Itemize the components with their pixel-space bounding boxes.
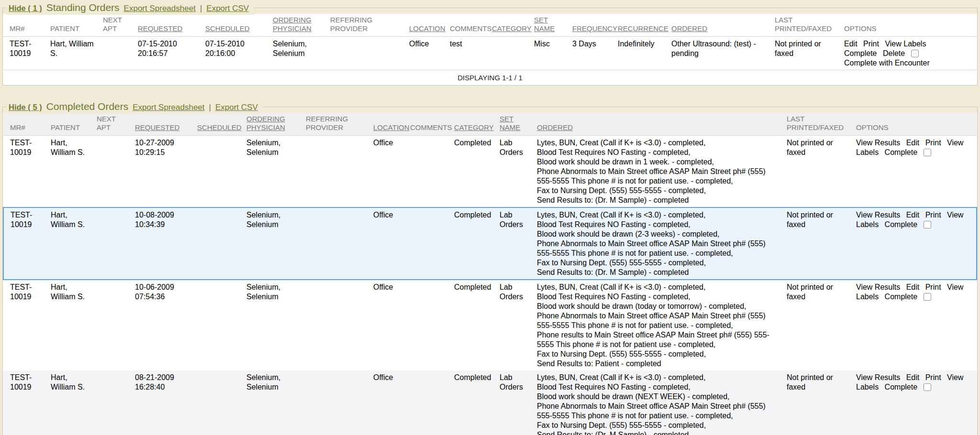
completed-orders-title: Completed Orders [46,100,129,113]
col-header-ordered[interactable]: ORDERED [671,14,775,37]
col-header-scheduled[interactable]: SCHEDULED [205,14,273,37]
cell-mr: TEST-10019 [3,136,51,208]
cell-ordered: Lytes, BUN, Creat (Call if K+ is <3.0) -… [537,207,787,280]
completed-export-spreadsheet-link[interactable]: Export Spreadsheet [133,101,204,114]
ordered-text: Lytes, BUN, Creat (Call if K+ is <3.0) -… [537,138,783,205]
completed-hide-link[interactable]: Hide ( 5 ) [9,101,42,113]
ordered-text: Lytes, BUN, Creat (Call if K+ is <3.0) -… [537,283,783,369]
standing-export-csv-link[interactable]: Export CSV [206,2,249,15]
print-link[interactable]: Print [925,139,941,147]
edit-link[interactable]: Edit [906,373,920,381]
col-header-recurrence[interactable]: RECURRENCE [618,14,671,37]
cell-category: Completed [454,207,500,280]
cell-options: View Results Edit Print View Labels Comp… [856,136,977,208]
cell-comments [410,370,454,435]
col-header-set-name[interactable]: SET NAME [534,14,572,37]
cell-mr: TEST-10019 [3,280,51,370]
cell-scheduled [197,280,246,370]
cell-category: Completed [454,280,500,370]
col-header-next-apt: NEXT APT [103,14,138,37]
col-header-requested[interactable]: REQUESTED [138,14,205,37]
completed-order-row: TEST-10019 Hart, William S. 10-06-2009 0… [3,280,977,370]
cell-requested: 10-06-2009 07:54:36 [135,280,197,370]
cell-patient: Hart, William S. [50,37,103,70]
print-link[interactable]: Print [925,211,941,219]
completed-order-row: TEST-10019 Hart, William S. 10-27-2009 1… [3,136,977,208]
col-header-location[interactable]: LOCATION [409,14,450,37]
completed-order-row-selected: TEST-10019 Hart, William S. 10-08-2009 1… [3,207,977,280]
col-header-ordering-physician[interactable]: ORDERING PHYSICIAN [246,113,306,136]
order-select-checkbox[interactable] [924,149,931,156]
completed-order-row: TEST-10019 Hart, William S. 08-21-2009 1… [3,370,977,435]
print-link[interactable]: Print [925,373,941,381]
complete-link[interactable]: Complete [885,293,917,301]
cell-referring-provider [306,207,373,280]
cell-last-printed-faxed: Not printed or faxed [787,370,856,435]
complete-link[interactable]: Complete [885,220,917,228]
col-header-requested[interactable]: REQUESTED [135,113,197,136]
cell-next-apt [97,370,135,435]
cell-ordering-physician: Selenium, Selenium [246,207,306,280]
cell-last-printed-faxed: Not printed or faxed [787,136,856,208]
col-header-last-printed-faxed: LAST PRINTED/FAXED [787,113,856,136]
completed-header-row: MR# PATIENT NEXT APT REQUESTED SCHEDULED… [3,113,977,136]
complete-with-encounter-link[interactable]: Complete with Encounter [844,58,930,68]
col-header-ordered[interactable]: ORDERED [537,113,787,136]
ordered-text: Lytes, BUN, Creat (Call if K+ is <3.0) -… [537,373,783,435]
cell-options: View Results Edit Print View Labels Comp… [856,370,977,435]
col-header-referring-provider: REFERRING PROVIDER [330,14,409,37]
standing-hide-link[interactable]: Hide ( 1 ) [9,2,42,14]
cell-ordering-physician: Selenium, Selenium [246,280,306,370]
view-labels-link[interactable]: View Labels [885,40,926,48]
view-results-link[interactable]: View Results [856,373,900,381]
cell-category: Completed [454,136,500,208]
completed-orders-panel: Hide ( 5 ) Completed Orders Export Sprea… [2,107,978,435]
cell-patient: Hart, William S. [51,370,97,435]
standing-header-row: MR# PATIENT NEXT APT REQUESTED SCHEDULED… [3,14,977,37]
edit-link[interactable]: Edit [906,139,920,147]
complete-link[interactable]: Complete [885,383,917,391]
col-header-options: OPTIONS [856,113,977,136]
cell-location: Office [373,370,410,435]
view-results-link[interactable]: View Results [856,283,900,291]
cell-mr: TEST-10019 [3,207,51,280]
print-link[interactable]: Print [925,283,941,291]
col-header-patient: PATIENT [51,113,97,136]
delete-link[interactable]: Delete [883,49,905,57]
order-select-checkbox[interactable] [924,293,931,301]
order-select-checkbox[interactable] [924,221,931,228]
cell-requested: 10-27-2009 10:29:15 [135,136,197,208]
complete-link[interactable]: Complete [885,148,917,156]
standing-table-footer: DISPLAYING 1-1 / 1 [3,70,977,86]
legend-divider: | [209,101,211,114]
completed-export-csv-link[interactable]: Export CSV [215,101,258,114]
displaying-count-label: DISPLAYING 1-1 / 1 [3,70,977,86]
cell-ordering-physician: Selenium, Selenium [246,370,306,435]
col-header-frequency[interactable]: FREQUENCY [572,14,618,37]
complete-link[interactable]: Complete [844,49,877,57]
cell-scheduled [197,136,246,208]
col-header-ordering-physician[interactable]: ORDERING PHYSICIAN [273,14,330,37]
edit-link[interactable]: Edit [906,211,920,219]
cell-frequency: 3 Days [572,37,618,70]
order-select-checkbox[interactable] [924,383,931,391]
standing-export-spreadsheet-link[interactable]: Export Spreadsheet [124,2,196,15]
col-header-set-name[interactable]: SET NAME [500,113,537,136]
col-header-location[interactable]: LOCATION [373,113,410,136]
col-header-category[interactable]: CATEGORY [454,113,500,136]
view-results-link[interactable]: View Results [856,211,900,219]
cell-comments [410,207,454,280]
col-header-next-apt: NEXT APT [97,113,135,136]
cell-referring-provider [306,136,373,208]
col-header-mr: MR# [3,14,50,37]
edit-link[interactable]: Edit [906,283,920,291]
edit-link[interactable]: Edit [844,40,858,48]
print-link[interactable]: Print [863,40,879,48]
cell-recurrence: Indefinitely [618,37,671,70]
view-results-link[interactable]: View Results [856,139,900,147]
col-header-scheduled[interactable]: SCHEDULED [197,113,246,136]
col-header-comments: COMMENTS [450,14,492,37]
cell-ordering-physician: Selenium, Selenium [246,136,306,208]
col-header-category[interactable]: CATEGORY [492,14,534,37]
order-select-checkbox[interactable] [911,50,919,57]
